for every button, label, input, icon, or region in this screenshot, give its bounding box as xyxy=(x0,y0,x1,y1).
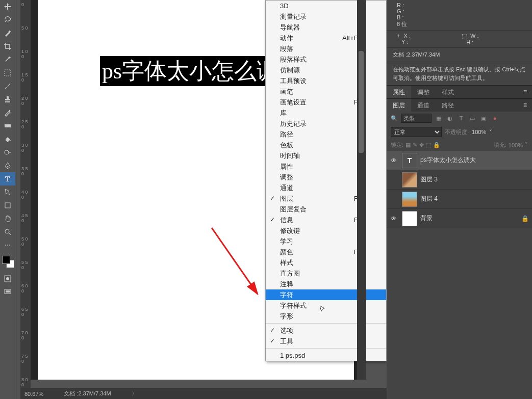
tab-styles[interactable]: 样式 xyxy=(436,86,460,98)
menu-item[interactable]: 库 xyxy=(266,108,386,118)
stamp-tool[interactable] xyxy=(0,93,15,106)
color-swatch[interactable] xyxy=(2,256,14,268)
menu-item[interactable]: 直方图 xyxy=(266,268,386,279)
menu-item[interactable]: 3D xyxy=(266,1,386,11)
menu-item[interactable]: 1 ps.psd xyxy=(266,350,386,361)
menu-item[interactable]: 段落样式 xyxy=(266,54,386,65)
menu-item[interactable]: 颜色F6 xyxy=(266,247,386,257)
tab-layers[interactable]: 图层 xyxy=(387,99,411,112)
menu-item[interactable]: 段落 xyxy=(266,43,386,54)
menu-item[interactable]: 画笔设置F5 xyxy=(266,97,386,108)
menu-item[interactable]: 学习 xyxy=(266,236,386,247)
filter-image-icon[interactable]: ▦ xyxy=(435,114,443,122)
lock-paint-icon[interactable]: ✎ xyxy=(413,142,417,148)
menu-item[interactable]: 画笔 xyxy=(266,86,386,97)
dodge-tool[interactable] xyxy=(0,146,15,159)
tab-paths[interactable]: 路径 xyxy=(436,99,460,112)
wand-tool[interactable] xyxy=(0,26,15,40)
marquee-tool[interactable] xyxy=(0,66,15,79)
path-select-tool[interactable] xyxy=(0,185,15,199)
menu-item[interactable]: 仿制源 xyxy=(266,65,386,75)
layer-thumbnail[interactable] xyxy=(402,172,417,188)
menu-item[interactable]: 字形 xyxy=(266,311,386,322)
vertical-scrollbar[interactable] xyxy=(357,0,366,380)
menu-item[interactable]: 历史记录 xyxy=(266,118,386,129)
lock-transparency-icon[interactable]: ▦ xyxy=(406,142,411,148)
text-layer-content[interactable]: ps字体太小怎么调 xyxy=(100,56,281,86)
opacity-value[interactable]: 100% xyxy=(472,129,486,135)
menu-item[interactable]: 图层复合 xyxy=(266,204,386,215)
filter-shape-icon[interactable]: ▭ xyxy=(468,114,476,122)
layer-row[interactable]: 👁背景🔒 xyxy=(387,209,532,228)
lock-all-icon[interactable]: 🔒 xyxy=(433,142,440,148)
layer-thumbnail[interactable] xyxy=(402,192,417,207)
screen-mode-tool[interactable] xyxy=(0,285,15,299)
brush-tool[interactable] xyxy=(0,79,15,93)
menu-item[interactable]: 测量记录 xyxy=(266,11,386,22)
menu-item[interactable]: ✓信息F8 xyxy=(266,215,386,225)
status-chevron-icon[interactable]: 〉 xyxy=(132,390,137,397)
menu-item[interactable]: 导航器 xyxy=(266,22,386,33)
type-tool[interactable] xyxy=(0,172,15,185)
layer-row[interactable]: 图层 4 xyxy=(387,190,532,209)
panel-menu-icon[interactable]: ≡ xyxy=(518,99,532,112)
history-brush-tool[interactable] xyxy=(0,106,15,119)
menu-item[interactable]: ✓图层F7 xyxy=(266,193,386,204)
layer-thumbnail[interactable]: T xyxy=(402,153,417,168)
filter-type-icon[interactable]: T xyxy=(457,114,465,122)
layer-name[interactable]: ps字体太小怎么调大 xyxy=(420,156,530,165)
layer-row[interactable]: 👁Tps字体太小怎么调大 xyxy=(387,151,532,170)
menu-item[interactable]: ✓选项 xyxy=(266,325,386,336)
tab-properties[interactable]: 属性 xyxy=(387,86,411,98)
shape-tool[interactable] xyxy=(0,199,15,212)
lock-position-icon[interactable]: ✥ xyxy=(419,142,424,148)
chevron-down-icon[interactable]: ˅ xyxy=(489,129,492,136)
blend-mode-select[interactable]: 正常 xyxy=(391,127,442,137)
bucket-tool[interactable] xyxy=(0,132,15,146)
menu-item[interactable]: 属性 xyxy=(266,161,386,172)
quickmask-tool[interactable] xyxy=(0,272,15,285)
lasso-tool[interactable] xyxy=(0,13,15,26)
menu-item[interactable]: 修改键 xyxy=(266,225,386,236)
scroll-thumb[interactable] xyxy=(359,51,364,153)
menu-item[interactable]: 通道 xyxy=(266,182,386,193)
layer-name[interactable]: 图层 4 xyxy=(420,195,530,203)
gradient-tool[interactable] xyxy=(0,119,15,132)
layer-name[interactable]: 背景 xyxy=(420,214,520,223)
menu-item[interactable]: 字符样式 xyxy=(266,300,386,311)
tab-adjustments[interactable]: 调整 xyxy=(411,86,436,98)
visibility-toggle[interactable]: 👁 xyxy=(389,157,399,164)
move-tool[interactable] xyxy=(0,0,15,13)
filter-toggle-icon[interactable]: ● xyxy=(491,114,499,122)
visibility-toggle[interactable]: 👁 xyxy=(389,215,399,222)
layer-row[interactable]: 图层 3 xyxy=(387,170,532,190)
panel-menu-icon[interactable]: ≡ xyxy=(518,86,532,98)
menu-item[interactable]: 时间轴 xyxy=(266,150,386,161)
chevron-down-icon[interactable]: ˅ xyxy=(525,142,528,148)
menu-item[interactable]: 色板 xyxy=(266,140,386,150)
menu-item[interactable]: 调整 xyxy=(266,172,386,182)
zoom-value[interactable]: 80.67% xyxy=(24,391,43,397)
menu-item[interactable]: 样式 xyxy=(266,257,386,268)
lock-nested-icon[interactable]: ⬚ xyxy=(426,142,431,148)
layer-name[interactable]: 图层 3 xyxy=(420,175,530,184)
filter-smart-icon[interactable]: ▣ xyxy=(479,114,488,122)
menu-item[interactable]: 工具预设 xyxy=(266,75,386,86)
layer-filter-select[interactable] xyxy=(401,114,432,123)
filter-adjust-icon[interactable]: ◐ xyxy=(446,114,454,122)
fill-value[interactable]: 100% xyxy=(509,142,523,148)
zoom-tool[interactable] xyxy=(0,225,15,238)
window-menu-dropdown: 3D测量记录导航器动作Alt+F9段落段落样式仿制源工具预设画笔画笔设置F5库历… xyxy=(265,0,387,361)
menu-item[interactable]: 路径 xyxy=(266,129,386,140)
more-tools-icon[interactable]: ⋯ xyxy=(0,238,15,252)
menu-item[interactable]: 注释 xyxy=(266,279,386,289)
crop-tool[interactable] xyxy=(0,40,15,53)
layer-thumbnail[interactable] xyxy=(402,211,417,226)
pen-tool[interactable] xyxy=(0,159,15,172)
menu-item[interactable]: 动作Alt+F9 xyxy=(266,33,386,43)
tab-channels[interactable]: 通道 xyxy=(411,99,436,112)
menu-item[interactable]: ✓工具 xyxy=(266,336,386,347)
eyedropper-tool[interactable] xyxy=(0,53,15,66)
menu-item[interactable]: 字符 xyxy=(266,289,386,300)
hand-tool[interactable] xyxy=(0,212,15,225)
